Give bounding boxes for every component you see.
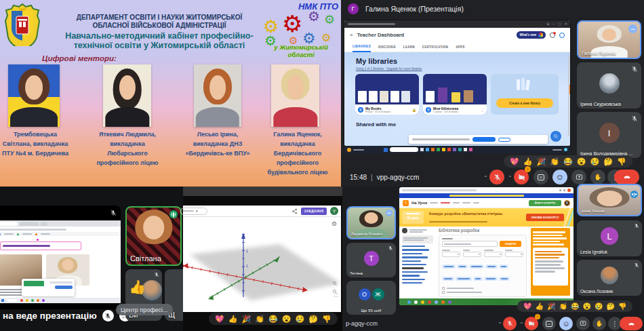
tab-libraries[interactable]: LIBRARIES — [353, 42, 371, 52]
emoji-button[interactable]: 🤔 — [603, 157, 613, 166]
participant-tile[interactable]: І Ірина Володимирівна ... — [577, 112, 641, 158]
participant-tile[interactable]: ••• Галина Яценюк — [577, 20, 641, 59]
emoji-button[interactable]: 😢 — [595, 302, 603, 311]
3d-graph[interactable]: 2 1 — [183, 217, 341, 312]
zoom-fab[interactable] — [550, 131, 561, 142]
emoji-button[interactable]: 💖 — [510, 157, 519, 166]
emoji-button[interactable]: 🎉 — [241, 314, 251, 324]
mic-off-button[interactable] — [102, 310, 114, 322]
participant-tile[interactable]: Ірина Скурковська — [577, 62, 641, 109]
end-call-button[interactable] — [614, 170, 639, 184]
emoji-button[interactable]: 😢 — [590, 157, 599, 166]
section-subtitle[interactable]: Using 1 of 1 libraries · Upgrade for mor… — [356, 67, 422, 71]
emoji-button[interactable]: 🎉 — [536, 157, 546, 166]
chevron-up-icon[interactable]: ⌃ — [483, 175, 488, 181]
popup-window[interactable] — [22, 279, 75, 296]
emoji-button[interactable]: 👎 — [322, 314, 331, 324]
present-button[interactable] — [576, 317, 590, 330]
search-input[interactable] — [442, 241, 498, 247]
tab-certification[interactable]: CERTIFICATION — [422, 45, 448, 49]
participant-tile[interactable]: Оксана Лозовик — [577, 260, 642, 296]
emoji-button[interactable]: 🎉 — [547, 302, 555, 311]
mic-button[interactable] — [503, 317, 517, 330]
task-button[interactable]: ЗАВДАННЯ — [301, 208, 327, 215]
emoji-button[interactable]: 👎 — [618, 302, 626, 311]
mic-button[interactable] — [489, 170, 504, 184]
emoji-button[interactable]: 💖 — [523, 302, 531, 311]
chevron-up-icon[interactable]: ⌃ — [498, 322, 502, 328]
fullscreen-icon[interactable]: ⛶ — [334, 293, 338, 298]
checkbox-row[interactable] — [442, 291, 523, 294]
emoji-button[interactable]: 😢 — [295, 314, 304, 324]
participant-tile[interactable]: рина Лесько — [577, 184, 642, 216]
tab-discover[interactable]: DISCOVER — [378, 45, 396, 49]
naurok-sidebar[interactable] — [402, 228, 435, 286]
emoji-button[interactable]: 😮 — [282, 314, 291, 324]
shared-screen-wizer[interactable]: ⧉ – ▢ ✕ × Teacher Dashboard What's new L… — [344, 20, 570, 146]
filter-selects[interactable] — [442, 250, 523, 257]
raise-hand-button[interactable]: ✋ — [592, 317, 606, 330]
cookie-more-button[interactable] — [498, 138, 510, 142]
tag-chips[interactable] — [442, 260, 523, 284]
search-button[interactable]: ЗНАЙТИ — [500, 241, 521, 247]
contest-rules-button[interactable]: УМОВИ КОНКУРСУ — [526, 214, 564, 221]
naurok-logo-text[interactable]: На Урок — [411, 201, 427, 205]
cookie-accept-button[interactable] — [472, 137, 496, 142]
emoji-button[interactable]: 😂 — [563, 157, 573, 166]
emoji-button[interactable]: 👏 — [255, 314, 264, 324]
create-library-button[interactable]: Create a new library — [496, 98, 553, 108]
more-horizontal-icon[interactable]: ••• — [386, 210, 393, 216]
maximize-icon[interactable]: ▢ — [558, 22, 561, 26]
more-horizontal-icon[interactable]: ••• — [628, 24, 637, 33]
emoji-button[interactable]: 👍 — [535, 302, 543, 311]
end-call-button[interactable] — [620, 317, 643, 330]
emoji-button[interactable]: 👏 — [559, 302, 567, 311]
captions-button[interactable]: cc — [534, 170, 548, 184]
overflow-tile[interactable]: О Ж Ще 55 осіб — [346, 281, 396, 315]
participant-tile[interactable]: Т Тетяна — [346, 243, 396, 277]
present-button[interactable] — [571, 170, 586, 184]
account-icon[interactable] — [559, 33, 565, 38]
captions-button[interactable]: cc — [542, 317, 556, 330]
close-icon[interactable]: × — [350, 32, 353, 38]
share-icon[interactable] — [291, 208, 298, 214]
emoji-button[interactable]: 🤔 — [606, 302, 614, 311]
emoji-button[interactable]: 👎 — [617, 157, 626, 166]
emoji-button[interactable]: 😂 — [268, 314, 278, 324]
bell-icon[interactable] — [550, 33, 555, 38]
chevron-up-icon[interactable]: ⌃ — [508, 175, 512, 181]
participant-tile[interactable]: ••• Людмила Яткевич — [346, 206, 396, 239]
shared-screen-tile[interactable] — [0, 206, 121, 309]
emoji-button[interactable]: 😮 — [582, 302, 590, 311]
close-icon[interactable]: ✕ — [565, 22, 567, 26]
emoji-button[interactable]: 👍 — [523, 157, 533, 166]
emoji-button[interactable]: 👍 — [228, 314, 238, 324]
emoji-button[interactable]: 😮 — [577, 157, 586, 166]
emoji-button[interactable]: 👏 — [550, 157, 559, 166]
user-avatar[interactable]: б — [564, 200, 570, 206]
copy-icon[interactable]: ⧉ — [547, 22, 550, 26]
library-card-my-books[interactable]: B My BooksPrivate · 32 of 40 books 🔒 — [355, 74, 419, 115]
raise-hand-button[interactable]: ✋ — [590, 170, 605, 184]
scrollbar[interactable] — [568, 55, 570, 136]
minimize-icon[interactable]: – — [552, 22, 555, 26]
emoji-button[interactable]: 🤔 — [308, 314, 318, 324]
chevron-up-icon[interactable]: ⌃ — [519, 322, 524, 328]
address-bar[interactable] — [0, 227, 121, 232]
geogebra-window[interactable]: ▾ ЗАВДАННЯ Y ⚙ 2 1 ⛶ — [183, 206, 341, 312]
tab-apps[interactable]: APPS — [456, 45, 464, 49]
ad-box[interactable] — [531, 228, 570, 296]
whats-new-button[interactable]: What's new — [517, 31, 546, 39]
user-avatar[interactable]: Y — [330, 207, 338, 215]
library-card-shared[interactable]: B Моя бібліотека1 author · 4 of 40 books… — [423, 74, 487, 115]
more-vertical-icon[interactable]: ⋮ — [481, 108, 484, 112]
participant-tile[interactable]: L Lesia Ignatiuk — [577, 220, 642, 256]
tab-learn[interactable]: LEARN — [403, 45, 415, 49]
tool-dropdown[interactable]: ▾ — [180, 208, 207, 215]
reactions-button[interactable]: ☺ — [559, 317, 573, 330]
checkbox-row[interactable] — [442, 287, 523, 290]
participant-tile[interactable]: Світлана — [125, 206, 182, 266]
windows-taskbar[interactable] — [344, 146, 570, 153]
shared-screen-naurok[interactable]: ! На Урок Додати розробку б 20 днів Конк… — [399, 187, 573, 305]
emoji-button[interactable]: 😂 — [571, 302, 579, 311]
